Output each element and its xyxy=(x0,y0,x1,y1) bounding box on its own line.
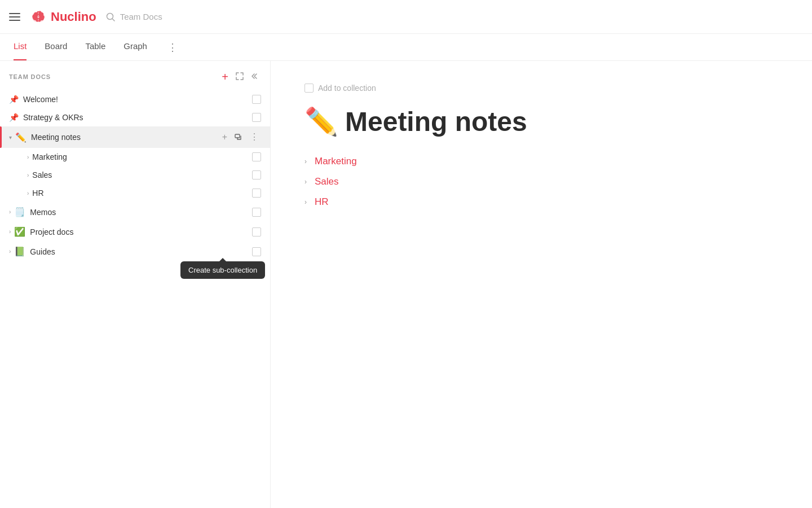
svg-line-4 xyxy=(112,19,114,21)
meeting-notes-actions: + ⋮ xyxy=(220,131,261,143)
content-area: Add to collection ✏️ Meeting notes › Mar… xyxy=(271,61,812,508)
tabs-more-button[interactable]: ⋮ xyxy=(167,41,178,54)
chevron-sales: › xyxy=(27,172,29,178)
content-list-item-label-hr: HR xyxy=(315,196,329,208)
meeting-notes-subcollection-button[interactable] xyxy=(232,131,245,143)
checkbox-sales xyxy=(252,170,261,179)
content-list-item-label-sales: Sales xyxy=(315,176,339,187)
tab-table[interactable]: Table xyxy=(85,34,105,60)
svg-point-3 xyxy=(107,13,113,19)
sidebar-item-guides[interactable]: › 📗 Guides xyxy=(0,242,270,261)
checkbox-hr xyxy=(252,189,261,198)
content-title-emoji: ✏️ xyxy=(304,106,338,138)
content-title: ✏️ Meeting notes xyxy=(304,106,778,138)
topbar: Nuclino Team Docs xyxy=(0,0,812,34)
chevron-memos: › xyxy=(9,209,11,215)
collection-checkbox[interactable] xyxy=(304,84,314,93)
content-list-item-marketing[interactable]: › Marketing xyxy=(304,156,778,167)
checkbox-marketing xyxy=(252,152,261,161)
meeting-notes-more-button[interactable]: ⋮ xyxy=(248,132,261,143)
sidebar-item-strategy[interactable]: 📌 Strategy & OKRs xyxy=(0,108,270,126)
svg-rect-5 xyxy=(235,134,240,138)
sidebar-expand-button[interactable] xyxy=(234,71,245,84)
chevron-content-sales: › xyxy=(304,178,307,186)
sidebar-item-label-meeting-notes: Meeting notes xyxy=(31,133,220,142)
tab-list[interactable]: List xyxy=(14,34,27,60)
content-list-item-sales[interactable]: › Sales xyxy=(304,176,778,187)
sidebar-collapse-button[interactable] xyxy=(250,71,261,84)
checkbox-welcome xyxy=(252,95,261,104)
chevron-guides: › xyxy=(9,248,11,255)
sidebar-subitem-label-sales: Sales xyxy=(32,170,252,179)
sidebar-subitem-hr[interactable]: › HR xyxy=(0,184,270,202)
hamburger-menu[interactable] xyxy=(9,13,20,21)
content-title-text: Meeting notes xyxy=(345,107,527,137)
expand-icon xyxy=(235,72,244,81)
emoji-guides: 📗 xyxy=(14,246,25,257)
sidebar-item-meeting-notes[interactable]: ▾ ✏️ Meeting notes + ⋮ xyxy=(0,126,270,148)
svg-point-2 xyxy=(37,16,39,18)
chevron-meeting-notes: ▾ xyxy=(9,134,12,141)
sidebar-item-welcome[interactable]: 📌 Welcome! xyxy=(0,90,270,108)
checkbox-guides xyxy=(252,247,261,256)
add-to-collection-label: Add to collection xyxy=(318,84,376,93)
collapse-icon xyxy=(251,72,260,81)
main-layout: TEAM DOCS + 📌 Welcome! xyxy=(0,61,812,508)
sidebar-item-label-project-docs: Project docs xyxy=(30,227,252,237)
pin-icon-welcome: 📌 xyxy=(9,95,19,104)
sidebar-subitem-label-marketing: Marketing xyxy=(32,152,252,161)
chevron-content-marketing: › xyxy=(304,157,307,165)
sidebar-header: TEAM DOCS + xyxy=(0,70,270,90)
sidebar-subitem-marketing[interactable]: › Marketing xyxy=(0,148,270,166)
checkbox-memos xyxy=(252,208,261,217)
tab-board[interactable]: Board xyxy=(45,34,67,60)
sub-collection-icon xyxy=(234,132,243,141)
content-list-item-label-marketing: Marketing xyxy=(315,156,357,167)
sidebar-item-label-welcome: Welcome! xyxy=(23,95,252,104)
search-placeholder: Team Docs xyxy=(120,12,162,21)
content-list-item-hr[interactable]: › HR xyxy=(304,196,778,208)
checkbox-strategy xyxy=(252,113,261,122)
sidebar-item-label-strategy: Strategy & OKRs xyxy=(23,113,252,122)
sidebar-title: TEAM DOCS xyxy=(9,73,51,80)
emoji-project-docs: ✅ xyxy=(14,226,25,237)
chevron-content-hr: › xyxy=(304,198,307,206)
chevron-project-docs: › xyxy=(9,229,11,235)
sidebar-subitem-label-hr: HR xyxy=(32,189,252,198)
add-to-collection[interactable]: Add to collection xyxy=(304,84,778,93)
tab-graph[interactable]: Graph xyxy=(123,34,147,60)
active-indicator xyxy=(0,126,2,148)
search-bar[interactable]: Team Docs xyxy=(105,12,162,22)
logo-text: Nuclino xyxy=(51,10,96,24)
search-icon xyxy=(105,12,116,22)
tabs-bar: List Board Table Graph ⋮ xyxy=(0,34,812,61)
sidebar-item-label-memos: Memos xyxy=(30,208,252,217)
chevron-marketing: › xyxy=(27,154,29,160)
sidebar-header-actions: + xyxy=(220,70,261,84)
tooltip-create-sub-collection: Create sub-collection xyxy=(180,261,265,279)
sidebar: TEAM DOCS + 📌 Welcome! xyxy=(0,61,271,508)
emoji-memos: 🗒️ xyxy=(14,207,25,217)
meeting-notes-add-button[interactable]: + xyxy=(220,132,230,143)
sidebar-add-button[interactable]: + xyxy=(220,70,230,84)
content-list: › Marketing › Sales › HR xyxy=(304,156,778,208)
sidebar-item-label-guides: Guides xyxy=(30,247,252,256)
logo-icon xyxy=(29,8,47,26)
chevron-hr: › xyxy=(27,190,29,196)
emoji-meeting-notes: ✏️ xyxy=(15,132,27,143)
pin-icon-strategy: 📌 xyxy=(9,113,19,122)
logo[interactable]: Nuclino xyxy=(29,8,96,26)
sidebar-subitem-sales[interactable]: › Sales xyxy=(0,166,270,184)
sidebar-item-project-docs[interactable]: › ✅ Project docs xyxy=(0,222,270,242)
sidebar-item-memos[interactable]: › 🗒️ Memos xyxy=(0,202,270,222)
checkbox-project-docs xyxy=(252,227,261,237)
